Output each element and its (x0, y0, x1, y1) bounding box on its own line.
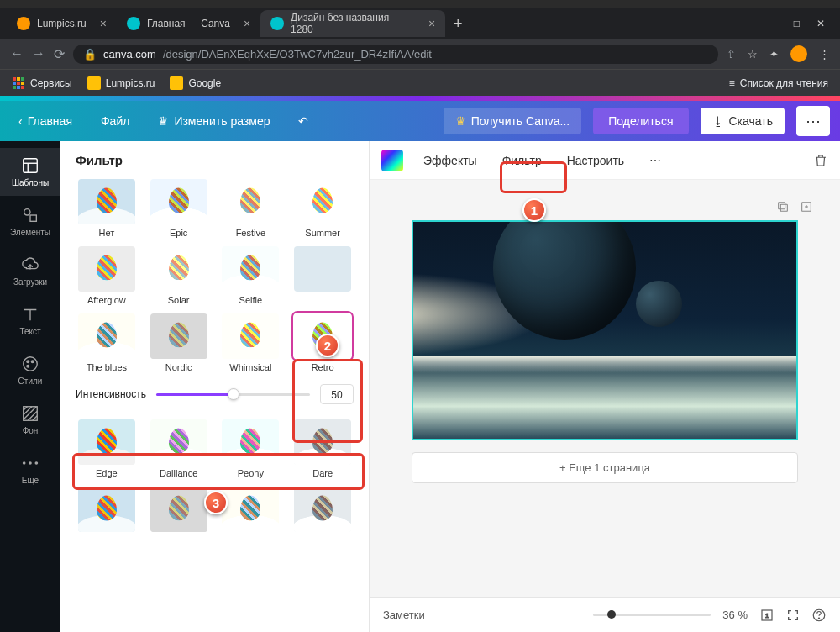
bookmark-lumpics[interactable]: Lumpics.ru (87, 76, 155, 90)
tab-filter[interactable]: Фильтр (497, 150, 547, 171)
intensity-control: Интенсивность 50 (76, 384, 354, 404)
bookmark-services[interactable]: Сервисы (12, 76, 72, 90)
filter-afterglow[interactable]: Afterglow (76, 246, 138, 305)
close-window-icon[interactable]: ✕ (816, 18, 825, 29)
filter-theblues[interactable]: The blues (76, 313, 138, 372)
filter-extra2[interactable] (148, 487, 210, 532)
list-icon: ≡ (729, 77, 735, 89)
svg-rect-13 (30, 215, 36, 221)
intensity-slider[interactable] (156, 393, 310, 396)
download-button[interactable]: ⭳ Скачать (701, 108, 785, 134)
favicon-icon (17, 17, 30, 30)
url-field[interactable]: 🔒 canva.com/design/DAEnXEqhXxE/O3TwC7vh2… (73, 45, 718, 64)
browser-tab-canva-home[interactable]: Главная — Canva × (117, 10, 260, 37)
filter-festive[interactable]: Festive (220, 179, 282, 238)
delete-button[interactable] (813, 153, 828, 168)
sidebar-item-text[interactable]: Текст (0, 297, 60, 345)
zoom-slider[interactable] (593, 614, 711, 616)
slider-thumb[interactable] (228, 388, 239, 400)
undo-button[interactable]: ↶ (290, 108, 317, 134)
svg-point-21 (35, 461, 39, 465)
folder-icon (170, 76, 183, 90)
filter-epic[interactable]: Epic (148, 179, 210, 238)
file-button[interactable]: Файл (92, 108, 138, 134)
filter-blank[interactable] (291, 246, 354, 305)
filter-panel-title: Фильтр (60, 141, 369, 179)
close-icon[interactable]: × (244, 17, 250, 30)
lock-icon: 🔒 (83, 48, 97, 61)
svg-rect-3 (13, 82, 16, 85)
star-icon[interactable]: ☆ (748, 48, 758, 61)
chevron-left-icon: ‹ (18, 114, 23, 128)
extension-icon[interactable]: ✦ (769, 48, 779, 61)
grid-view-icon[interactable]: 1 (759, 608, 774, 623)
svg-point-20 (29, 461, 32, 465)
browser-tab-lumpics[interactable]: Lumpics.ru × (7, 10, 117, 37)
filter-dare[interactable]: Dare (291, 419, 354, 478)
canvas-viewport[interactable]: + Еще 1 страница (370, 180, 840, 597)
filter-nordic[interactable]: Nordic (148, 313, 210, 372)
svg-rect-4 (17, 82, 20, 85)
resize-button[interactable]: ♛ Изменить размер (150, 108, 278, 134)
filter-selfie[interactable]: Selfie (220, 246, 282, 305)
help-icon[interactable] (811, 608, 827, 623)
trash-icon (813, 153, 828, 168)
menu-icon[interactable]: ⋮ (819, 48, 830, 61)
dots-icon: ⋯ (806, 112, 821, 130)
filter-none[interactable]: Нет (76, 179, 138, 238)
filter-whimsical[interactable]: Whimsical (220, 313, 282, 372)
close-icon[interactable]: × (100, 17, 107, 30)
intensity-value[interactable]: 50 (320, 384, 354, 404)
filter-solar[interactable]: Solar (148, 246, 210, 305)
close-icon[interactable]: × (428, 17, 435, 30)
svg-point-16 (31, 361, 34, 363)
svg-rect-23 (779, 203, 785, 209)
home-button[interactable]: ‹ Главная (10, 108, 81, 134)
forward-icon[interactable]: → (32, 46, 45, 61)
back-icon[interactable]: ← (10, 46, 24, 61)
share-icon[interactable]: ⇧ (727, 48, 736, 61)
canvas-page[interactable] (412, 220, 798, 440)
filter-extra1[interactable] (76, 487, 138, 532)
reading-list-button[interactable]: ≡ Список для чтения (729, 77, 828, 89)
filter-extra3[interactable] (220, 487, 282, 532)
filter-dalliance[interactable]: Dalliance (148, 419, 210, 478)
sidebar-item-uploads[interactable]: Загрузки (0, 247, 60, 295)
more-icon (21, 454, 39, 472)
browser-tab-design[interactable]: Дизайн без названия — 1280 × (260, 10, 445, 37)
uploads-icon (21, 255, 39, 274)
more-button[interactable]: ⋯ (796, 106, 830, 136)
add-page-icon[interactable] (800, 200, 813, 213)
filter-edge[interactable]: Edge (76, 419, 138, 478)
sidebar-item-templates[interactable]: Шаблоны (0, 148, 60, 196)
share-button[interactable]: Поделиться (593, 108, 688, 134)
add-page-button[interactable]: + Еще 1 страница (412, 452, 798, 483)
sidebar-item-more[interactable]: Еще (0, 445, 60, 493)
crown-icon: ♛ (158, 114, 169, 128)
tab-adjust[interactable]: Настроить (562, 150, 629, 171)
filter-peony[interactable]: Peony (220, 419, 282, 478)
get-pro-button[interactable]: ♛ Получить Canva... (444, 108, 582, 134)
tab-more[interactable]: ⋯ (644, 150, 666, 171)
new-tab-button[interactable]: + (445, 15, 471, 33)
filter-extra4[interactable] (291, 487, 354, 532)
tab-effects[interactable]: Эффекты (418, 150, 482, 171)
filter-retro[interactable]: Retro (291, 313, 354, 372)
notes-button[interactable]: Заметки (383, 608, 425, 621)
canvas-area: Эффекты Фильтр Настроить ⋯ + Еще 1 стран… (370, 141, 840, 632)
duplicate-page-icon[interactable] (776, 200, 790, 213)
maximize-icon[interactable]: □ (794, 18, 800, 29)
reload-icon[interactable]: ⟳ (54, 46, 65, 62)
fullscreen-icon[interactable] (786, 608, 800, 622)
url-bar: ← → ⟳ 🔒 canva.com/design/DAEnXEqhXxE/O3T… (0, 39, 840, 69)
sidebar-item-background[interactable]: Фон (0, 396, 60, 444)
svg-point-12 (24, 209, 30, 215)
sidebar-item-styles[interactable]: Стили (0, 346, 60, 394)
tab-title: Lumpics.ru (37, 18, 87, 29)
color-picker[interactable] (381, 150, 403, 171)
filter-summer[interactable]: Summer (291, 179, 354, 238)
bookmark-google[interactable]: Google (170, 76, 221, 90)
sidebar-item-elements[interactable]: Элементы (0, 198, 60, 245)
profile-avatar[interactable] (790, 45, 807, 62)
minimize-icon[interactable]: — (767, 18, 777, 29)
